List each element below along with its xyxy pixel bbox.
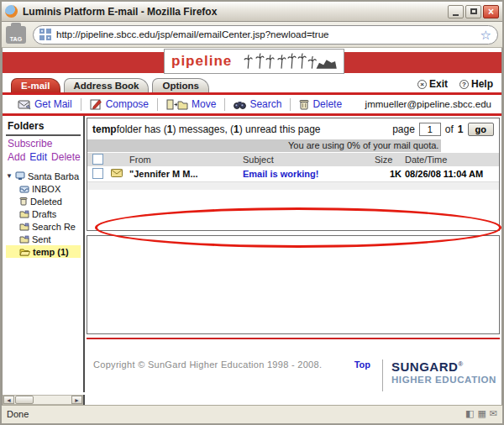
folder-inbox[interactable]: INBOX [6, 182, 81, 195]
tab-options[interactable]: Options [152, 78, 208, 92]
delete-button[interactable]: Delete [291, 98, 350, 110]
from-column-header[interactable]: From [129, 155, 243, 165]
expand-collapse-icon[interactable]: ▼ [6, 172, 13, 180]
title-bar: Luminis Platform E-mail - Mozilla Firefo… [2, 2, 502, 22]
compose-icon [90, 98, 102, 110]
mail-toolbar: Get Mail Compose Move [3, 95, 501, 116]
folder-label: Search Re [32, 222, 76, 232]
column-headers: From Subject Size Date/Time [87, 152, 499, 166]
statusbar-grid-icon[interactable]: ▦ [477, 408, 486, 419]
sungard-logo: SUNGARD® HIGHER EDUCATION [391, 359, 496, 385]
quota-text: You are using 0% of your mail quota. [87, 139, 441, 152]
folder-deleted[interactable]: Deleted [6, 195, 81, 207]
message-subject-link[interactable]: Email is working! [243, 169, 375, 179]
status-bar: Done ◧ ▦ ✉ [2, 405, 502, 422]
palm-trees-icon [244, 51, 337, 71]
sungard-wordmark: SUNGARD [391, 359, 458, 374]
exit-icon: × [417, 80, 427, 89]
list-panel-space [87, 190, 499, 230]
statusbar-icons: ◧ ▦ ✉ [465, 408, 497, 419]
tab-email[interactable]: E-mail [11, 78, 60, 92]
maximize-button[interactable] [465, 5, 481, 18]
add-folder-link[interactable]: Add [8, 151, 25, 163]
message-count: 1 [167, 123, 173, 135]
go-button[interactable]: go [468, 123, 494, 136]
scroll-track[interactable] [34, 396, 71, 404]
select-all-checkbox[interactable] [92, 154, 103, 165]
subject-column-header[interactable]: Subject [243, 155, 375, 165]
folder-sent[interactable]: Sent [6, 233, 81, 245]
message-row[interactable]: "Jennifer M M... Email is working! 1K 08… [87, 166, 499, 181]
folder-label: Deleted [30, 197, 62, 207]
page-number-input[interactable] [419, 123, 441, 136]
size-column-header[interactable]: Size [375, 155, 405, 165]
message-size: 1K [375, 169, 405, 179]
top-link[interactable]: Top [354, 359, 370, 370]
folders-title: Folders [6, 118, 81, 136]
exit-link[interactable]: × Exit [417, 78, 448, 90]
tab-strip-right: × Exit ? Help [417, 78, 501, 92]
pipeline-logo-text: pipeline [171, 53, 232, 70]
bottom-strip-right [83, 395, 501, 405]
folder-name: temp [92, 123, 117, 135]
statusbar-mail-icon[interactable]: ✉ [490, 408, 497, 419]
subscribe-link[interactable]: Subscribe [6, 136, 81, 150]
copyright-text: Copyright © SunGard Higher Education 199… [93, 359, 322, 370]
site-favicon [39, 29, 51, 40]
footer-divider [382, 359, 383, 391]
tag-extension-icon[interactable]: TAG [6, 26, 26, 44]
folder-search-results[interactable]: Search Re [6, 220, 81, 233]
message-datetime: 08/26/08 11:04 AM [405, 169, 499, 179]
summary-text: folder has ( [117, 123, 167, 135]
delete-label: Delete [312, 98, 342, 110]
datetime-column-header[interactable]: Date/Time [405, 155, 499, 165]
message-preview-pane [87, 235, 500, 334]
bookmark-star-icon[interactable]: ☆ [480, 29, 491, 41]
folder-icon [19, 223, 29, 231]
move-label: Move [192, 98, 216, 110]
folder-temp[interactable]: temp (1) [6, 245, 81, 258]
bottom-strip: ◄ ► [2, 395, 502, 405]
compose-button[interactable]: Compose [81, 98, 157, 110]
close-button[interactable]: × [483, 5, 499, 18]
compose-label: Compose [106, 98, 149, 110]
message-checkbox[interactable] [92, 168, 103, 179]
scroll-left-button[interactable]: ◄ [3, 396, 14, 404]
get-mail-label: Get Mail [34, 98, 72, 110]
delete-icon [299, 98, 309, 110]
scroll-right-button[interactable]: ► [71, 396, 82, 404]
folder-label: INBOX [32, 184, 60, 194]
search-button[interactable]: Search [225, 98, 290, 110]
delete-folder-link[interactable]: Delete [51, 151, 81, 163]
edit-folder-link[interactable]: Edit [29, 151, 47, 163]
exit-label: Exit [429, 78, 448, 90]
address-bar: ☆ [33, 25, 498, 45]
url-input[interactable] [56, 29, 480, 39]
content-body: Folders Subscribe Add Edit Delete ▼ Sant… [3, 116, 501, 392]
move-icon [166, 99, 188, 110]
message-list-area: temp folder has (1) messages, (1) unread… [85, 116, 501, 392]
folder-drafts[interactable]: Drafts [6, 207, 81, 220]
get-mail-button[interactable]: Get Mail [9, 98, 81, 110]
tab-address-book[interactable]: Address Book [64, 78, 150, 92]
folder-root[interactable]: ▼ Santa Barba [6, 170, 81, 182]
help-label: Help [471, 78, 493, 90]
help-link[interactable]: ? Help [459, 78, 493, 90]
window-title: Luminis Platform E-mail - Mozilla Firefo… [23, 6, 446, 18]
sidebar-horizontal-scrollbar[interactable]: ◄ ► [3, 395, 83, 405]
unread-count: 1 [234, 123, 239, 135]
account-email: jmmueller@pipeline.sbcc.edu [365, 99, 495, 109]
tab-strip: E-mail Address Book Options × Exit ? Hel… [3, 77, 501, 95]
folder-summary: temp folder has (1) messages, (1) unread… [87, 118, 499, 139]
minimize-button[interactable] [448, 5, 464, 18]
search-label: Search [249, 98, 281, 110]
search-icon [234, 99, 246, 110]
page-footer: Copyright © SunGard Higher Education 199… [87, 339, 500, 391]
page-total: 1 [458, 123, 464, 135]
statusbar-image-icon[interactable]: ◧ [465, 408, 474, 419]
pipeline-banner: pipeline [3, 48, 501, 77]
move-button[interactable]: Move [158, 98, 224, 110]
scroll-thumb[interactable] [15, 396, 34, 404]
folder-actions: Add Edit Delete [6, 150, 81, 168]
page-content: pipeline E-mail Address [2, 48, 502, 395]
